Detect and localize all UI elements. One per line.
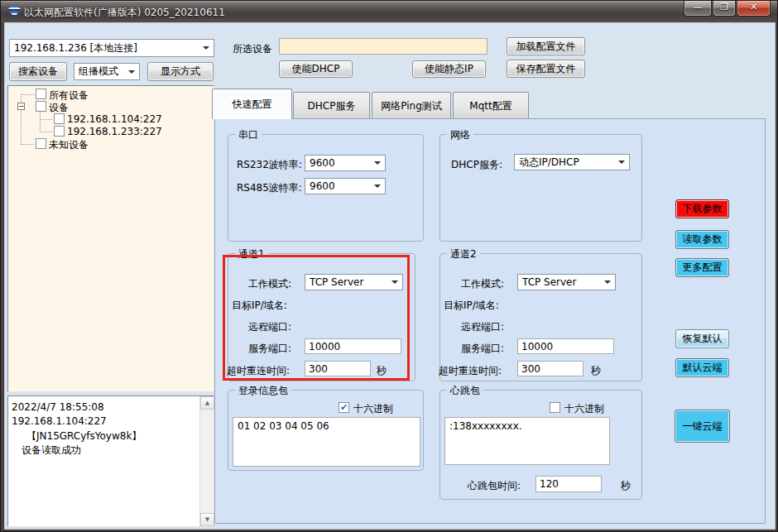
tree-item-label: 192.168.1.104:227 <box>67 113 162 125</box>
close-button[interactable]: ✕ <box>737 1 771 17</box>
serial-group: 串口 RS232波特率: 9600 RS485波特率: 9600 <box>228 134 424 242</box>
channel2-group: 通道2 工作模式: TCP Server 目标IP/域名: 远程端口: 服务端口… <box>439 253 642 381</box>
tree-item-device-104[interactable]: 192.168.1.104:227 <box>8 113 214 125</box>
channel2-work-mode-select[interactable]: TCP Server <box>517 274 616 290</box>
remote-port-label: 远程端口: <box>461 320 504 334</box>
minus-icon: − <box>18 102 25 110</box>
network-group-title: 网络 <box>447 128 473 142</box>
heartbeat-time-input[interactable] <box>535 476 602 492</box>
enable-dhcp-button[interactable]: 使能DHCP <box>279 60 353 78</box>
tab-network-ping[interactable]: 网络Ping测试 <box>372 92 451 119</box>
rs485-baud-label: RS485波特率: <box>237 181 302 195</box>
highlight-red-box <box>223 255 410 381</box>
load-config-button[interactable]: 加载配置文件 <box>507 37 585 55</box>
tree-item-devices[interactable]: − 设备 <box>8 101 214 113</box>
log-line: 【JN15GRCyfsYoyw8k】 <box>26 429 142 443</box>
cast-mode-value: 组播模式 <box>79 65 118 79</box>
scroll-down-icon[interactable]: ▼ <box>200 513 214 526</box>
enable-static-ip-button[interactable]: 使能静态IP <box>412 60 486 78</box>
onekey-cloud-button[interactable]: 一键云端 <box>675 410 730 443</box>
login-hex-label: 十六进制 <box>353 402 393 416</box>
heartbeat-group-title: 心跳包 <box>447 384 483 398</box>
tree-collapse-icon[interactable]: − <box>17 103 25 110</box>
log-line: 2022/4/7 18:55:08 <box>12 401 104 413</box>
chevron-down-icon <box>374 185 381 188</box>
tree-item-device-233[interactable]: 192.168.1.233:227 <box>8 126 214 137</box>
check-icon: ✔ <box>340 403 348 412</box>
search-device-button[interactable]: 搜索设备 <box>9 62 67 81</box>
dhcp-service-label: DHCP服务: <box>451 158 502 172</box>
seconds-unit-label: 秒 <box>621 479 631 493</box>
restore-default-button[interactable]: 恢复默认 <box>675 329 729 348</box>
save-config-button[interactable]: 保存配置文件 <box>507 60 585 78</box>
network-adapter-select[interactable]: 192.168.1.236 [本地连接] <box>9 39 214 57</box>
tree-item-label: 192.168.1.233:227 <box>67 126 162 137</box>
window-title: 以太网配置软件(广播版本) 0205_20210611 <box>24 6 225 20</box>
arrow-down-icon: ▼ <box>205 516 209 523</box>
serial-group-title: 串口 <box>235 128 262 142</box>
more-config-button[interactable]: 更多配置 <box>675 258 729 277</box>
login-packet-textarea[interactable]: 01 02 03 04 05 06 <box>233 417 420 467</box>
read-params-button[interactable]: 读取参数 <box>675 230 729 249</box>
arrow-up-icon: ▲ <box>205 400 209 406</box>
chevron-down-icon <box>618 161 625 164</box>
tree-checkbox[interactable] <box>54 113 65 124</box>
login-packet-group-title: 登录信息包 <box>235 384 291 398</box>
device-tree[interactable]: 所有设备 − 设备 192.168.1.104:227 192.168.1.23… <box>7 85 214 392</box>
network-adapter-value: 192.168.1.236 [本地连接] <box>14 41 137 55</box>
tree-checkbox[interactable] <box>36 89 46 99</box>
titlebar[interactable]: 以太网配置软件(广播版本) 0205_20210611 <box>1 1 778 22</box>
target-ip-label: 目标IP/域名: <box>444 299 499 313</box>
tree-checkbox[interactable] <box>54 126 65 137</box>
download-params-button[interactable]: 下载参数 <box>675 199 729 218</box>
minimize-button[interactable]: — <box>684 1 712 17</box>
login-packet-group: 登录信息包 ✔ 十六进制 01 02 03 04 05 06 <box>228 390 424 471</box>
selected-device-label: 所选设备 <box>233 42 272 56</box>
log-line: 192.168.1.104:227 <box>12 415 107 427</box>
maximize-icon: ❐ <box>720 2 728 12</box>
display-mode-button[interactable]: 显示方式 <box>147 62 214 81</box>
tab-dhcp-service[interactable]: DHCP服务 <box>293 92 370 119</box>
maximize-button[interactable]: ❐ <box>713 1 736 17</box>
timeout-label: 超时重连时间: <box>439 364 502 378</box>
rs485-baud-select[interactable]: 9600 <box>305 178 386 194</box>
default-cloud-button[interactable]: 默认云端 <box>675 358 729 377</box>
server-port-label: 服务端口: <box>461 342 504 356</box>
tree-checkbox[interactable] <box>36 138 46 149</box>
close-icon: ✕ <box>750 2 757 12</box>
cast-mode-select[interactable]: 组播模式 <box>74 63 140 80</box>
channel2-timeout-input[interactable] <box>517 361 584 376</box>
work-mode-value: TCP Server <box>522 276 576 288</box>
chevron-down-icon <box>604 280 611 284</box>
heartbeat-time-label: 心跳包时间: <box>468 479 521 493</box>
dhcp-service-value: 动态IP/DHCP <box>519 156 579 170</box>
app-window: 以太网配置软件(广播版本) 0205_20210611 — ❐ ✕ 192.16… <box>0 0 778 532</box>
work-mode-label: 工作模式: <box>461 277 504 291</box>
chevron-down-icon <box>374 161 381 165</box>
chevron-down-icon <box>203 46 209 50</box>
channel2-server-port-input[interactable] <box>517 338 614 354</box>
app-icon <box>7 5 21 17</box>
heartbeat-group: 心跳包 十六进制 :138xxxxxxxx. 心跳包时间: 秒 <box>439 390 642 500</box>
channel2-group-title: 通道2 <box>447 247 480 261</box>
tree-checkbox[interactable] <box>36 101 46 112</box>
scroll-up-icon[interactable]: ▲ <box>200 396 214 410</box>
heartbeat-hex-checkbox[interactable] <box>550 402 560 413</box>
minimize-icon: — <box>694 2 703 12</box>
tree-item-unknown-devices[interactable]: 未知设备 <box>8 138 214 150</box>
tab-quick-config[interactable]: 快速配置 <box>212 89 292 119</box>
login-hex-checkbox[interactable]: ✔ <box>339 402 349 413</box>
tree-item-all-devices[interactable]: 所有设备 <box>8 89 214 100</box>
dhcp-service-select[interactable]: 动态IP/DHCP <box>514 154 630 170</box>
rs485-baud-value: 9600 <box>310 180 335 192</box>
tab-mqtt-config[interactable]: Mqtt配置 <box>453 92 529 119</box>
rs232-baud-label: RS232波特率: <box>237 158 302 172</box>
log-panel: 2022/4/7 18:55:08 192.168.1.104:227 【JN1… <box>7 395 214 527</box>
heartbeat-textarea[interactable]: :138xxxxxxxx. <box>444 417 610 465</box>
log-scrollbar[interactable]: ▲ ▼ <box>199 396 214 526</box>
network-group: 网络 DHCP服务: 动态IP/DHCP <box>439 134 642 242</box>
selected-device-input[interactable] <box>279 38 487 55</box>
log-line: 设备读取成功 <box>22 443 81 458</box>
rs232-baud-select[interactable]: 9600 <box>305 155 386 171</box>
rs232-baud-value: 9600 <box>310 157 335 169</box>
